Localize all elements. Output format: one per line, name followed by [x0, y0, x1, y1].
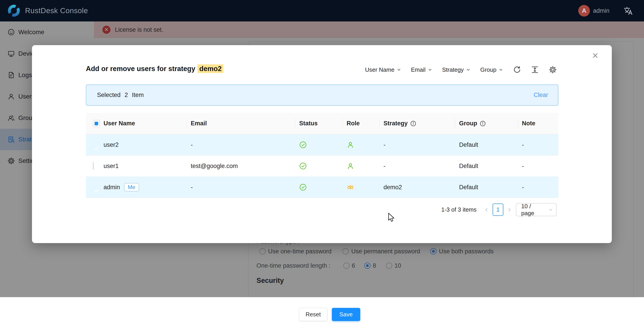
cell-user-name: admin — [104, 184, 120, 191]
rustdesk-logo-icon — [7, 3, 21, 18]
pagination: 1-3 of 3 items 1 10 / page — [441, 203, 556, 216]
col-header-email: Email — [190, 113, 298, 134]
col-header-user-name: User Name — [103, 113, 190, 134]
chevron-down-icon — [428, 67, 432, 72]
cell-strategy: demo2 — [382, 184, 458, 191]
col-header-label: Strategy — [384, 120, 408, 127]
cell-group: Default — [458, 141, 521, 148]
row-checkbox[interactable] — [93, 162, 94, 170]
cell-group: Default — [458, 163, 521, 170]
close-icon[interactable]: × — [590, 50, 600, 61]
screen: RustDesk Console A admin Welcome — [0, 0, 644, 332]
app-title: RustDesk Console — [25, 0, 88, 21]
refresh-icon[interactable] — [513, 66, 521, 74]
role-admin-crown-icon — [346, 183, 382, 191]
chevron-down-icon — [466, 67, 470, 72]
filter-bar: User Name Email Strategy Group — [365, 66, 557, 74]
cell-email: - — [190, 141, 298, 148]
column-height-icon[interactable] — [531, 66, 539, 74]
pagination-total: 1-3 of 3 items — [441, 206, 476, 213]
me-badge: Me — [124, 183, 139, 191]
filter-group[interactable]: Group — [480, 66, 503, 73]
filter-label: User Name — [365, 66, 394, 73]
cell-note: - — [521, 184, 558, 191]
status-enabled-icon — [298, 162, 346, 170]
filter-label: Group — [480, 66, 496, 73]
col-header-group: Group — [458, 113, 521, 134]
mouse-cursor — [388, 213, 396, 223]
table-row[interactable]: user2 - - Default - — [86, 134, 558, 155]
table-header-row: User Name Email Status Role Strategy Gro… — [86, 113, 558, 134]
save-button[interactable]: Save — [332, 308, 360, 321]
filter-label: Email — [411, 66, 426, 73]
selected-label: Selected — [97, 92, 120, 98]
reset-button[interactable]: Reset — [299, 308, 327, 321]
add-remove-users-modal: × Add or remove users for strategydemo2 … — [32, 45, 612, 243]
cell-user-name: user2 — [103, 141, 190, 148]
page-footer: Reset Save — [0, 297, 644, 332]
modal-title: Add or remove users for strategydemo2 — [86, 65, 224, 73]
info-icon[interactable] — [480, 121, 486, 126]
filter-email[interactable]: Email — [411, 66, 432, 73]
users-table: User Name Email Status Role Strategy Gro… — [86, 113, 558, 198]
status-enabled-icon — [298, 183, 346, 191]
role-user-icon — [346, 141, 382, 149]
chevron-down-icon — [499, 67, 503, 72]
cell-strategy: - — [382, 163, 458, 170]
cell-note: - — [521, 141, 558, 148]
cell-user-name: user1 — [103, 163, 190, 170]
table-row[interactable]: admin Me - demo2 Default - — [86, 177, 558, 198]
chevron-down-icon — [548, 208, 553, 212]
selection-summary-bar: Selected 2 Item Clear — [86, 84, 558, 106]
chevron-down-icon — [397, 67, 401, 72]
col-header-strategy: Strategy — [382, 113, 458, 134]
next-page-icon[interactable] — [507, 207, 512, 212]
page-size-select[interactable]: 10 / page — [516, 203, 556, 216]
clear-selection-link[interactable]: Clear — [534, 92, 548, 98]
cell-strategy: - — [382, 141, 458, 148]
app-header: RustDesk Console A admin — [0, 0, 644, 21]
cell-group: Default — [458, 184, 521, 191]
page-size-value: 10 / page — [521, 203, 545, 217]
filter-strategy[interactable]: Strategy — [442, 66, 470, 73]
cell-email: - — [190, 184, 298, 191]
selected-count: 2 — [124, 92, 128, 98]
role-user-icon — [346, 162, 382, 170]
cell-email: test@google.com — [190, 163, 298, 170]
select-all-checkbox[interactable] — [93, 120, 100, 127]
gear-icon[interactable] — [549, 66, 557, 74]
avatar[interactable]: A — [578, 5, 590, 16]
filter-label: Strategy — [442, 66, 464, 73]
cell-note: - — [521, 163, 558, 170]
filter-user-name[interactable]: User Name — [365, 66, 401, 73]
avatar-letter: A — [582, 7, 586, 14]
modal-title-prefix: Add or remove users for strategy — [86, 65, 195, 73]
col-header-role: Role — [346, 113, 382, 134]
translate-icon[interactable] — [624, 6, 633, 16]
selected-item-label: Item — [132, 92, 144, 98]
info-icon[interactable] — [410, 121, 416, 126]
col-header-note: Note — [521, 113, 558, 134]
table-row[interactable]: user1 test@google.com - Default - — [86, 155, 558, 177]
status-enabled-icon — [298, 141, 346, 149]
col-header-label: Group — [459, 120, 477, 127]
page-number-current[interactable]: 1 — [492, 204, 503, 216]
strategy-name-highlight: demo2 — [198, 64, 224, 73]
prev-page-icon[interactable] — [484, 207, 489, 212]
col-header-status: Status — [298, 113, 346, 134]
header-username[interactable]: admin — [593, 0, 610, 21]
